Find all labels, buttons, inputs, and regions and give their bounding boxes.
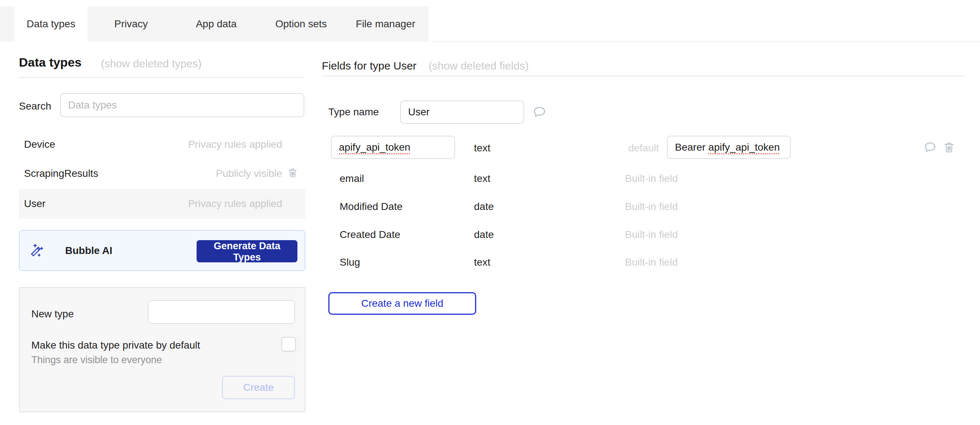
field-comment-icon[interactable]	[923, 140, 937, 156]
type-name: Device	[24, 139, 55, 150]
field-name-input[interactable]: apify_api_token	[331, 136, 455, 159]
field-name: Created Date	[340, 229, 401, 241]
default-prefix-text: Bearer	[675, 141, 708, 153]
field-name: Modified Date	[340, 201, 402, 212]
tabbar: Data types Privacy App data Option sets …	[0, 6, 428, 42]
bubble-ai-panel: Bubble AI Generate Data Types	[19, 230, 305, 271]
tab-option-sets[interactable]: Option sets	[263, 6, 339, 42]
magic-wand-icon	[29, 242, 45, 259]
new-type-panel: New type Make this data type private by …	[19, 287, 305, 412]
type-row-scrapingresults[interactable]: ScrapingResults Publicly visible	[19, 159, 305, 188]
type-status: Publicly visible	[216, 168, 282, 179]
tab-app-data[interactable]: App data	[178, 6, 254, 42]
create-type-button[interactable]: Create	[222, 376, 295, 399]
field-note: Built-in field	[625, 201, 678, 212]
create-field-button[interactable]: Create a new field	[328, 292, 476, 315]
bubble-ai-label: Bubble AI	[65, 245, 113, 257]
data-types-heading: Data types	[19, 55, 81, 70]
delete-type-icon[interactable]	[287, 167, 298, 180]
tab-app-data-label: App data	[196, 18, 237, 30]
tabbar-left-strip	[0, 6, 5, 42]
tab-privacy-label: Privacy	[114, 18, 148, 30]
field-default-input[interactable]: Bearer apify_api_token	[667, 136, 791, 159]
fields-heading: Fields for type User	[322, 60, 417, 72]
field-type: text	[474, 173, 490, 184]
field-name-text: apify_api_token	[339, 141, 410, 153]
field-type: text	[474, 257, 490, 268]
tab-data-types-label: Data types	[27, 18, 75, 30]
field-name: email	[340, 173, 364, 184]
type-name-input[interactable]	[400, 100, 524, 124]
type-status: Privacy rules applied	[188, 198, 282, 209]
tab-privacy[interactable]: Privacy	[93, 6, 169, 42]
tab-file-manager[interactable]: File manager	[348, 6, 423, 42]
search-input[interactable]	[60, 93, 304, 117]
field-type: date	[474, 229, 494, 241]
search-label: Search	[19, 101, 51, 111]
type-name: User	[24, 198, 46, 209]
show-deleted-fields-link[interactable]: (show deleted fields)	[428, 60, 528, 72]
tab-file-manager-label: File manager	[356, 18, 415, 30]
type-name-comment-icon[interactable]	[532, 105, 547, 121]
type-row-device[interactable]: Device Privacy rules applied	[19, 130, 305, 159]
type-name-label: Type name	[328, 107, 379, 117]
new-type-label: New type	[31, 308, 74, 320]
right-divider	[321, 76, 965, 76]
default-label: default	[615, 142, 659, 154]
generate-data-types-button[interactable]: Generate Data Types	[197, 240, 298, 262]
private-checkbox[interactable]	[282, 337, 296, 352]
type-status: Privacy rules applied	[188, 139, 282, 150]
left-divider	[19, 77, 304, 78]
field-delete-icon[interactable]	[943, 141, 955, 155]
type-name: ScrapingResults	[24, 168, 98, 179]
field-name: Slug	[340, 257, 360, 268]
field-note: Built-in field	[625, 257, 678, 268]
show-deleted-types-link[interactable]: (show deleted types)	[101, 57, 202, 70]
field-note: Built-in field	[625, 173, 678, 184]
private-checkbox-label: Make this data type private by default	[31, 339, 200, 351]
private-hint: Things are visible to everyone	[31, 354, 162, 366]
field-type: date	[474, 201, 494, 212]
default-main-text: apify_api_token	[708, 141, 780, 153]
type-row-user[interactable]: User Privacy rules applied	[19, 189, 305, 219]
new-type-input[interactable]	[148, 300, 295, 324]
tab-data-types[interactable]: Data types	[14, 6, 88, 43]
tab-option-sets-label: Option sets	[275, 18, 327, 30]
field-note: Built-in field	[625, 229, 678, 241]
field-type: text	[474, 142, 490, 154]
